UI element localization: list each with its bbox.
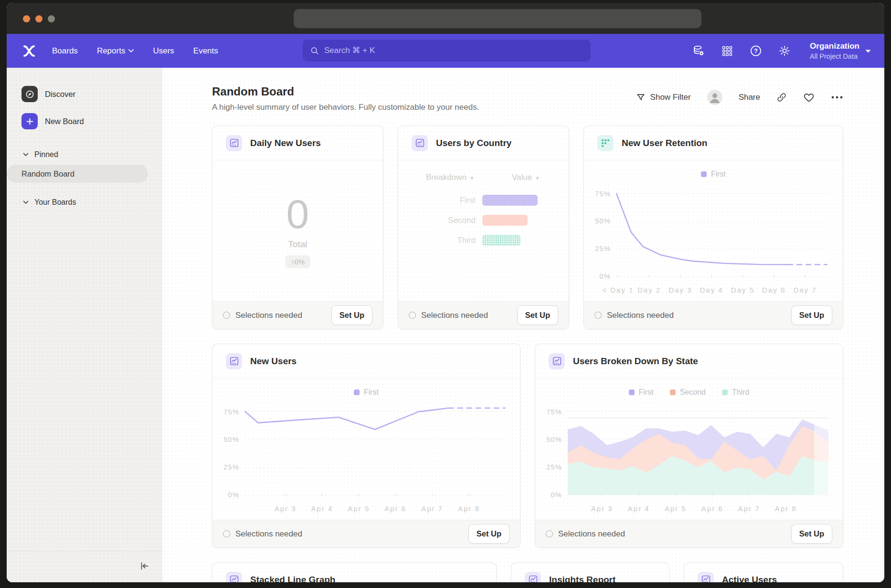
avatar[interactable] <box>707 90 722 105</box>
nav-events[interactable]: Events <box>193 46 218 56</box>
card-title: Active Users <box>722 575 777 583</box>
insights-chart-icon <box>698 572 714 583</box>
browser-window: Boards Reports Users Events <box>7 3 884 582</box>
set-up-button[interactable]: Set Up <box>517 305 558 325</box>
status-circle-icon <box>223 530 230 537</box>
sidebar-section-your-boards[interactable]: Your Boards <box>7 198 162 207</box>
data-management-icon[interactable] <box>692 45 705 57</box>
apps-grid-icon[interactable] <box>721 45 733 57</box>
sidebar-item-label: Discover <box>45 90 75 99</box>
svg-text:< Day 1: < Day 1 <box>602 286 634 294</box>
svg-text:Day 6: Day 6 <box>762 286 785 294</box>
search-icon <box>310 46 319 55</box>
chevron-down-icon <box>23 153 29 157</box>
sidebar-item-label: New Board <box>45 117 84 126</box>
chart-legend: First <box>584 160 843 181</box>
page-subtitle: A high-level summary of user behaviors. … <box>212 103 479 112</box>
svg-text:Day 5: Day 5 <box>731 286 754 294</box>
sidebar-item-discover[interactable]: Discover <box>7 82 162 106</box>
nav-users-label: Users <box>153 46 174 56</box>
insights-chart-icon <box>226 572 242 583</box>
svg-text:Apr 7: Apr 7 <box>738 504 760 513</box>
chevron-down-icon <box>128 49 134 52</box>
status-circle-icon <box>594 312 602 319</box>
set-up-button[interactable]: Set Up <box>791 524 832 544</box>
more-options-icon[interactable] <box>831 95 843 99</box>
favorite-heart-icon[interactable] <box>803 92 815 103</box>
nav-reports[interactable]: Reports <box>97 46 134 56</box>
svg-text:Apr 3: Apr 3 <box>275 504 297 513</box>
card-stacked-line-graph: Stacked Line Graph <box>212 562 497 582</box>
share-button[interactable]: Share <box>739 93 760 102</box>
svg-text:50%: 50% <box>546 435 562 443</box>
metric-delta-badge: ↑0% <box>285 255 310 268</box>
org-name: Organization <box>810 42 859 51</box>
svg-text:Apr 4: Apr 4 <box>311 504 333 513</box>
svg-text:0%: 0% <box>599 272 611 280</box>
svg-text:Apr 6: Apr 6 <box>701 504 723 513</box>
card-title: Users Broken Down By State <box>573 356 698 367</box>
status-text: Selections needed <box>546 529 625 539</box>
insights-chart-icon <box>412 135 428 151</box>
svg-text:25%: 25% <box>546 463 562 471</box>
bar-first <box>482 195 538 206</box>
nav-users[interactable]: Users <box>153 46 174 56</box>
insights-chart-icon <box>226 135 242 151</box>
chevron-down-icon <box>23 200 29 204</box>
set-up-button[interactable]: Set Up <box>331 305 372 325</box>
global-search[interactable] <box>303 40 591 62</box>
help-icon[interactable]: ? <box>750 45 762 57</box>
card-title: Daily New Users <box>250 138 321 148</box>
show-filter-button[interactable]: Show Filter <box>636 93 691 102</box>
nav-boards[interactable]: Boards <box>52 46 78 56</box>
funnel-icon <box>636 93 646 102</box>
search-input[interactable] <box>324 46 583 55</box>
svg-text:Apr 6: Apr 6 <box>384 504 406 513</box>
bar-row: Third <box>398 235 569 246</box>
share-label: Share <box>739 93 760 102</box>
set-up-button[interactable]: Set Up <box>791 305 832 325</box>
insights-chart-icon <box>549 353 565 369</box>
sidebar: Discover New Board Pinned Random Board Y… <box>7 68 162 582</box>
traffic-light-minimize[interactable] <box>35 15 42 22</box>
svg-text:Day 7: Day 7 <box>793 286 817 294</box>
nav-events-label: Events <box>193 46 218 56</box>
board-main: Random Board A high-level summary of use… <box>162 68 884 582</box>
svg-text:Day 2: Day 2 <box>637 286 661 294</box>
mixpanel-logo-icon[interactable] <box>22 45 36 57</box>
bar-label: Third <box>398 236 476 245</box>
svg-text:Apr 8: Apr 8 <box>775 504 797 513</box>
sidebar-item-random-board[interactable]: Random Board <box>7 165 148 183</box>
svg-text:Day 3: Day 3 <box>668 286 692 294</box>
traffic-light-zoom[interactable] <box>48 15 55 22</box>
card-title: Insights Report <box>549 575 615 583</box>
bar-label: Second <box>398 216 476 225</box>
set-up-button[interactable]: Set Up <box>468 524 509 544</box>
plus-icon <box>21 113 38 129</box>
address-bar[interactable] <box>294 9 701 28</box>
user-icon <box>707 90 722 105</box>
status-text: Selections needed <box>223 311 302 320</box>
copy-link-icon[interactable] <box>776 92 787 103</box>
traffic-light-close[interactable] <box>23 15 30 22</box>
retention-line-chart: 75%50%25%0%< Day 1Day 2Day 3Day 4Day 5Da… <box>584 181 843 301</box>
nav-reports-label: Reports <box>97 46 126 56</box>
settings-gear-icon[interactable] <box>778 45 791 57</box>
org-switcher[interactable]: Organization All Project Data <box>810 42 871 60</box>
sidebar-section-pinned[interactable]: Pinned <box>7 150 162 159</box>
chart-legend: First <box>212 378 520 399</box>
collapse-sidebar-icon[interactable] <box>138 560 150 574</box>
card-daily-new-users: Daily New Users 0 Total ↑0% Selections n… <box>212 126 383 329</box>
sidebar-item-new-board[interactable]: New Board <box>7 109 162 133</box>
card-title: New Users <box>250 356 297 367</box>
value-dropdown[interactable]: Value▼ <box>512 173 540 182</box>
status-circle-icon <box>409 312 416 319</box>
svg-text:Apr 3: Apr 3 <box>591 504 613 513</box>
svg-text:0%: 0% <box>228 491 239 499</box>
status-circle-icon <box>223 312 230 319</box>
state-area-chart: 75%50%25%0%Apr 3Apr 4Apr 5Apr 6Apr 7Apr … <box>535 399 843 520</box>
status-circle-icon <box>546 530 553 537</box>
card-insights-report: Insights Report <box>511 562 669 582</box>
breakdown-dropdown[interactable]: Breakdown▼ <box>426 173 475 182</box>
card-title: Stacked Line Graph <box>250 575 335 583</box>
